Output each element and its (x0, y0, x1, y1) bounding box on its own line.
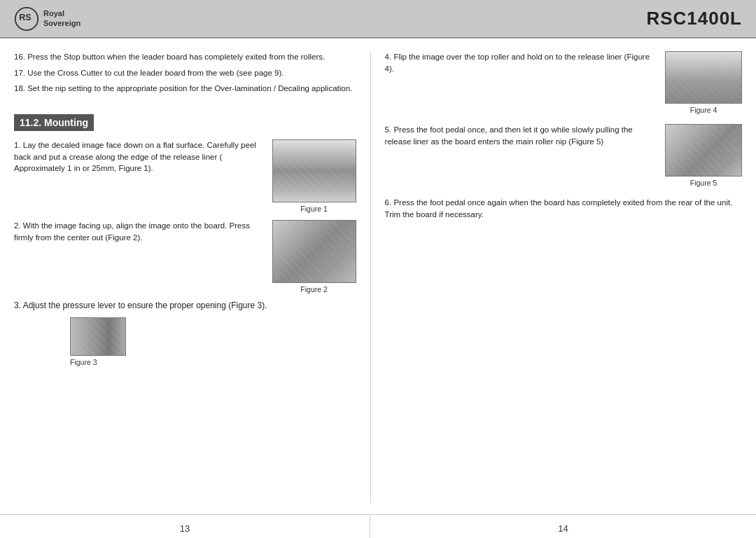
mounting-step-5: 5. Press the foot pedal once, and then l… (385, 124, 742, 187)
page-footer: 13 14 (0, 514, 756, 538)
step6-text: 6. Press the foot pedal once again when … (385, 198, 733, 219)
figure-4-label: Figure 4 (690, 106, 718, 114)
rs-logo-icon: RS (14, 6, 39, 32)
figure-4-image (665, 51, 742, 104)
figure-4-block: Figure 4 (665, 51, 742, 114)
figure-1-block: Figure 1 (272, 139, 356, 213)
intro-step-16: 16. Press the Stop button when the leade… (14, 51, 356, 63)
intro-step-18-text: Set the nip setting to the appropriate p… (27, 84, 352, 92)
model-title: RSC1400L (646, 8, 742, 29)
intro-step-17-text: Use the Cross Cutter to cut the leader b… (27, 69, 284, 77)
mounting-step-2: 2. With the image facing up, align the i… (14, 220, 356, 294)
step3-text: 3. Adjust the pressure lever to ensure t… (14, 301, 267, 310)
mounting-step-4: 4. Flip the image over the top roller an… (385, 51, 742, 114)
figure-3-label: Figure 3 (70, 358, 97, 366)
figure-2-label: Figure 2 (300, 285, 328, 294)
section-heading: 11.2. Mounting (14, 114, 94, 131)
figure-2-image (272, 220, 356, 283)
main-content: 16. Press the Stop button when the leade… (0, 39, 756, 510)
intro-step-16-text: Press the Stop button when the leader bo… (27, 53, 325, 61)
figure-5-block: Figure 5 (665, 124, 742, 187)
intro-steps: 16. Press the Stop button when the leade… (14, 51, 356, 95)
right-column: 4. Flip the image over the top roller an… (371, 51, 742, 503)
page-header: RS Royal Sovereign RSC1400L (0, 0, 756, 39)
logo-area: RS Royal Sovereign (14, 6, 80, 32)
figure-2-block: Figure 2 (272, 220, 356, 294)
mounting-step-1: 1. Lay the decaled image face down on a … (14, 139, 356, 213)
logo-line2: Sovereign (43, 19, 80, 28)
figure-5-label: Figure 5 (690, 179, 718, 187)
mounting-step-6: 6. Press the foot pedal once again when … (385, 197, 742, 220)
step2-text: 2. With the image facing up, align the i… (14, 221, 250, 242)
page-number-left: 13 (0, 515, 370, 538)
figure-3-image (70, 317, 126, 356)
logo-line1: Royal (43, 9, 80, 18)
logo-text: Royal Sovereign (43, 9, 80, 27)
step1-text: 1. Lay the decaled image face down on a … (14, 141, 256, 172)
mounting-step-3: 3. Adjust the pressure lever to ensure t… (14, 301, 356, 366)
page-number-right: 14 (370, 515, 756, 538)
intro-step-18: 18. Set the nip setting to the appropria… (14, 83, 356, 95)
step5-text: 5. Press the foot pedal once, and then l… (385, 125, 633, 146)
intro-step-17: 17. Use the Cross Cutter to cut the lead… (14, 67, 356, 79)
figure-5-image (665, 124, 742, 177)
figure-3-block: Figure 3 (14, 317, 356, 366)
figure-1-label: Figure 1 (300, 205, 328, 213)
svg-text:RS: RS (19, 12, 31, 22)
left-column: 16. Press the Stop button when the leade… (14, 51, 371, 503)
figure-1-image (272, 139, 356, 202)
step4-text: 4. Flip the image over the top roller an… (385, 53, 650, 73)
